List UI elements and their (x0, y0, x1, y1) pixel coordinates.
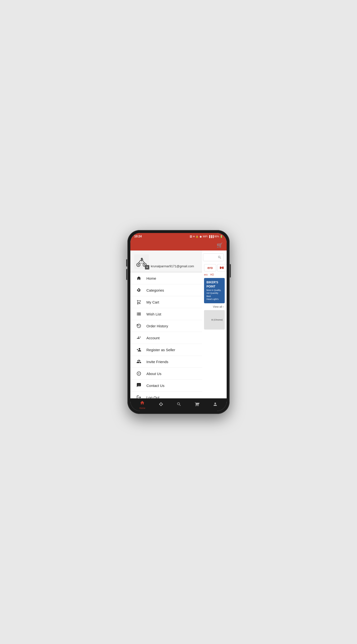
menu-item-invite-friends[interactable]: Invite Friends (130, 356, 202, 368)
avatar-area: + (134, 254, 149, 269)
menu-label-invite-friends: Invite Friends (146, 360, 168, 364)
menu-label-home: Home (146, 276, 156, 280)
nav-categories-icon (158, 402, 164, 408)
menu-item-cart[interactable]: My Cart (130, 296, 202, 308)
drawer-menu: Home Categories My Cart (130, 272, 202, 398)
user-email: krunalparmar9171@gmail.com (151, 264, 194, 269)
invite-friends-icon (135, 359, 142, 364)
menu-item-register-seller[interactable]: Register as Seller (130, 344, 202, 356)
add-photo-button[interactable]: + (145, 265, 149, 270)
product-preview: B (Chrome) (204, 310, 225, 330)
register-seller-icon (135, 347, 142, 352)
about-us-icon (135, 371, 142, 376)
logout-icon (135, 395, 142, 398)
menu-label-categories: Categories (146, 288, 164, 292)
nav-item-cart[interactable] (194, 402, 200, 408)
phone-device: 10:24 🖼 ✉ 🔒 ⏰ WiFi ▐▐▐ 86% 🔋 🛒 (128, 230, 230, 414)
volume-down-button[interactable] (126, 269, 127, 280)
honda-logo (219, 266, 225, 270)
product-label: B (Chrome) (211, 318, 223, 321)
menu-label-contact-us: Contact Us (146, 384, 164, 388)
categories-icon (135, 288, 142, 292)
battery-icon: 🔋 (220, 235, 223, 238)
search-bar[interactable] (203, 254, 224, 261)
content-area: + krunalparmar9171@gmail.com Home (130, 250, 227, 398)
side-drawer: + krunalparmar9171@gmail.com Home (130, 250, 202, 398)
contact-us-icon (135, 383, 142, 388)
home-icon (135, 276, 142, 281)
nav-item-categories[interactable] (158, 402, 164, 408)
status-time: 10:24 (134, 235, 142, 238)
menu-item-contact-us[interactable]: Contact Us (130, 380, 202, 392)
menu-label-wishlist: Wish List (146, 312, 161, 316)
wifi-icon: WiFi (203, 235, 208, 238)
wishlist-icon (135, 312, 142, 316)
nav-home-icon (140, 400, 145, 406)
alarm-icon: ⏰ (199, 235, 202, 238)
menu-label-account: Account (146, 336, 160, 340)
volume-up-button[interactable] (126, 259, 127, 266)
status-icons: 🖼 ✉ 🔒 ⏰ WiFi ▐▐▐ 86% 🔋 (190, 235, 223, 238)
signal-icon: ▐▐▐ (208, 235, 214, 238)
bikers-banner: BIKER'S POINT lieve in Quality, not Quan… (204, 278, 225, 303)
phone-screen: 10:24 🖼 ✉ 🔒 ⏰ WiFi ▐▐▐ 86% 🔋 🛒 (130, 233, 227, 411)
svg-rect-6 (137, 300, 138, 301)
email-icon: ✉ (193, 235, 195, 238)
nav-item-search[interactable] (176, 402, 182, 408)
view-all-link[interactable]: View all › (203, 304, 226, 309)
menu-item-wishlist[interactable]: Wish List (130, 308, 202, 320)
cart-menu-icon (135, 300, 142, 304)
menu-label-order-history: Order History (146, 324, 168, 328)
nav-search-icon (176, 402, 182, 408)
cart-button[interactable]: 🛒 (217, 242, 223, 248)
order-history-icon (135, 324, 142, 328)
menu-label-about-us: About Us (146, 372, 162, 376)
app-content-right: ero ero HO BIKER'S POINT lieve in Qualit… (202, 250, 227, 398)
status-bar: 10:24 🖼 ✉ 🔒 ⏰ WiFi ▐▐▐ 86% 🔋 (130, 233, 227, 240)
menu-label-logout: Log Out (146, 396, 159, 398)
menu-label-cart: My Cart (146, 300, 159, 304)
gallery-icon: 🖼 (190, 235, 192, 238)
bikers-tagline: lieve in Quality, not Quantity Best Head… (206, 289, 222, 301)
brand-row: ero (203, 263, 226, 272)
nav-profile-icon (213, 402, 218, 408)
hero-brand: ero (204, 264, 216, 272)
nav-item-home[interactable]: Home (139, 400, 145, 409)
menu-item-order-history[interactable]: Order History (130, 320, 202, 332)
menu-item-categories[interactable]: Categories (130, 284, 202, 296)
account-icon (135, 336, 142, 340)
svg-point-2 (138, 264, 139, 266)
nav-home-label: Home (139, 407, 145, 409)
nav-cart-icon (194, 402, 200, 408)
menu-item-home[interactable]: Home (130, 272, 202, 284)
app-header: 🛒 (130, 240, 227, 250)
menu-item-about-us[interactable]: About Us (130, 368, 202, 380)
lock-icon: 🔒 (196, 235, 198, 238)
honda-brand (217, 264, 227, 272)
svg-point-5 (141, 258, 143, 260)
nav-item-profile[interactable] (213, 402, 218, 408)
menu-item-account[interactable]: Account (130, 332, 202, 344)
power-button[interactable] (230, 264, 231, 278)
menu-item-logout[interactable]: Log Out (130, 392, 202, 398)
menu-label-register-seller: Register as Seller (146, 348, 175, 352)
battery-level: 86% (214, 235, 219, 238)
bottom-navigation: Home (130, 398, 227, 411)
drawer-header: + krunalparmar9171@gmail.com (130, 250, 202, 272)
